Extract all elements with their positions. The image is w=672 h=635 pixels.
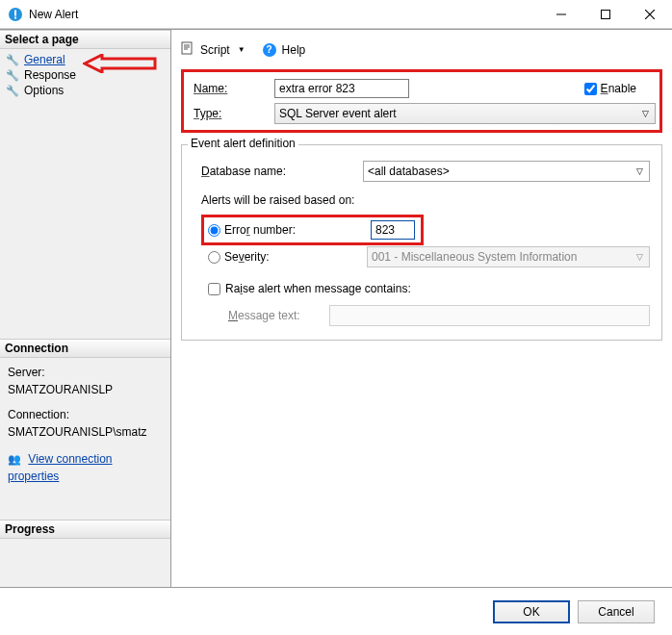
message-text-label: Message text: — [228, 309, 300, 322]
enable-checkbox[interactable] — [584, 83, 597, 95]
raise-alert-checkbox[interactable] — [208, 283, 220, 295]
chevron-down-icon: ▽ — [635, 109, 655, 118]
severity-radio[interactable] — [208, 251, 220, 264]
view-conn-props-row[interactable]: 👥 View connection properties — [8, 450, 163, 485]
progress-header: Progress — [0, 520, 170, 539]
type-label: Type: — [194, 107, 221, 120]
enable-label: Enable — [601, 82, 636, 95]
help-button[interactable]: Help — [282, 43, 306, 57]
raise-alert-label: Raise alert when message contains: — [225, 282, 411, 295]
view-connection-properties-link[interactable]: View connection properties — [8, 452, 113, 483]
message-text-input — [329, 305, 650, 326]
select-page-header: Select a page — [0, 30, 170, 49]
app-icon — [8, 7, 23, 22]
svg-rect-8 — [182, 42, 192, 54]
connection-value: SMATZOURANISLP\smatz — [8, 423, 163, 441]
page-link-options[interactable]: Options — [24, 84, 64, 97]
type-dropdown[interactable]: SQL Server event alert ▽ — [274, 103, 656, 124]
page-item-options[interactable]: 🔧 Options — [6, 83, 165, 98]
chevron-down-icon: ▽ — [630, 166, 649, 176]
script-icon — [181, 41, 194, 58]
group-title: Event alert definition — [188, 137, 298, 150]
severity-value: 001 - Miscellaneous System Information — [372, 250, 577, 264]
wrench-icon: 🔧 — [6, 69, 19, 82]
window-title: New Alert — [29, 8, 539, 21]
ok-button[interactable]: OK — [493, 600, 570, 623]
severity-label: Severity: — [224, 250, 330, 264]
type-value: SQL Server event alert — [275, 107, 397, 120]
people-icon: 👥 — [8, 453, 21, 465]
page-link-general[interactable]: General — [24, 53, 65, 66]
maximize-button[interactable] — [583, 0, 628, 29]
page-item-general[interactable]: 🔧 General — [6, 52, 165, 67]
svg-rect-1 — [14, 10, 16, 15]
minimize-button[interactable] — [539, 0, 583, 29]
database-name-label: Database name: — [201, 165, 363, 178]
error-number-input[interactable] — [371, 220, 415, 240]
server-value: SMATZOURANISLP — [8, 381, 163, 398]
script-button[interactable]: Script — [200, 43, 230, 57]
cancel-button[interactable]: Cancel — [578, 600, 655, 623]
error-number-radio[interactable] — [208, 224, 220, 237]
database-name-dropdown[interactable]: <all databases> ▽ — [363, 161, 650, 182]
connection-header: Connection — [0, 339, 170, 358]
connection-label: Connection: — [8, 406, 163, 423]
wrench-icon: 🔧 — [6, 85, 19, 97]
page-link-response[interactable]: Response — [24, 68, 76, 82]
server-label: Server: — [8, 364, 163, 381]
name-label: Name: — [194, 82, 227, 95]
script-dropdown-icon[interactable]: ▼ — [238, 45, 246, 54]
name-input[interactable] — [274, 79, 409, 98]
progress-body — [0, 539, 170, 587]
help-icon: ? — [263, 43, 276, 57]
svg-rect-4 — [602, 10, 610, 18]
close-button[interactable] — [628, 0, 672, 29]
alerts-based-on-label: Alerts will be raised based on: — [201, 193, 650, 207]
severity-dropdown: 001 - Miscellaneous System Information ▽ — [367, 246, 650, 267]
chevron-down-icon: ▽ — [630, 252, 649, 262]
wrench-icon: 🔧 — [6, 54, 19, 66]
svg-rect-2 — [14, 16, 16, 18]
database-name-value: <all databases> — [368, 165, 450, 178]
error-number-label: Error number: — [224, 223, 330, 237]
page-item-response[interactable]: 🔧 Response — [6, 67, 165, 83]
